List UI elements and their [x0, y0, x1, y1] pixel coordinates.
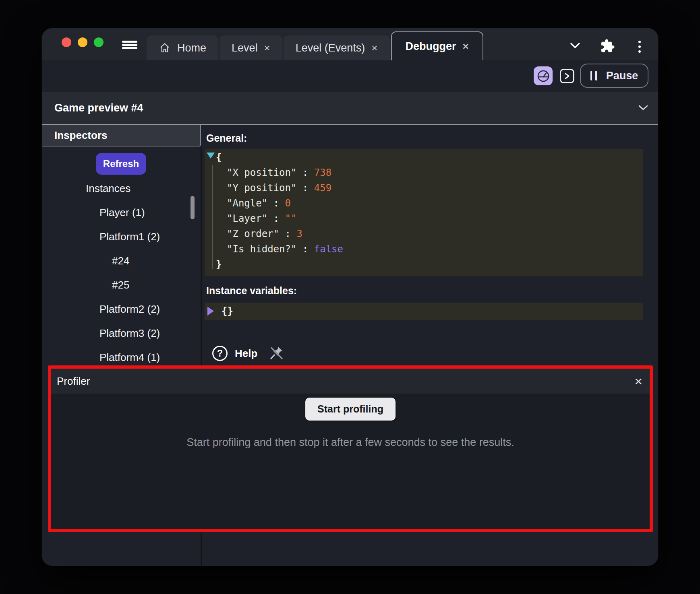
profiler-close-icon[interactable]: ×	[634, 374, 642, 388]
tab-label: Level (Events)	[296, 42, 365, 54]
close-icon[interactable]: ×	[371, 43, 377, 53]
json-open-brace: {	[205, 150, 643, 165]
help-question-icon: ?	[212, 346, 228, 361]
json-entry-x-position: "X position" : 738	[205, 165, 643, 180]
json-entry-is-hidden: "Is hidden?" : false	[205, 241, 643, 257]
tab-debugger[interactable]: Debugger ×	[391, 31, 483, 60]
pause-button[interactable]: Pause	[580, 64, 648, 88]
sidebar-scrollbar-thumb[interactable]	[191, 196, 195, 219]
refresh-button[interactable]: Refresh	[96, 153, 146, 175]
sidebar-item-instances[interactable]: Instances	[86, 180, 130, 196]
sidebar-item-player[interactable]: Player (1)	[99, 204, 145, 221]
extensions-puzzle-icon[interactable]	[600, 39, 615, 54]
general-section-label: General:	[206, 132, 247, 144]
json-entry-layer: "Layer" : ""	[205, 211, 643, 226]
indent-guide	[212, 165, 213, 269]
collapse-arrow-icon[interactable]	[207, 153, 215, 159]
window-close-button[interactable]	[62, 37, 71, 47]
unpin-icon[interactable]	[269, 345, 285, 361]
json-close-brace: }	[205, 257, 643, 272]
json-entry-z-order: "Z order" : 3	[205, 226, 643, 241]
profiler-toggle-button[interactable]	[534, 66, 553, 85]
general-json-tree: { "X position" : 738 "Y position" : 459 …	[205, 149, 643, 276]
sidebar-item-platform3[interactable]: Platform3 (2)	[99, 325, 160, 341]
sidebar-item-platform4[interactable]: Platform4 (1)	[99, 349, 160, 365]
window-zoom-button[interactable]	[94, 37, 104, 47]
profiler-title: Profiler	[57, 375, 90, 388]
chevron-down-icon[interactable]	[638, 105, 648, 111]
sidebar-item-platform1[interactable]: Platform1 (2)	[99, 229, 160, 245]
tab-bar: Home Level × Level (Events) × Debugger ×	[147, 31, 483, 60]
game-preview-title: Game preview #4	[54, 92, 143, 124]
profiler-header: Profiler ×	[51, 369, 650, 394]
sidebar-item-instance-24[interactable]: #24	[112, 253, 129, 269]
start-profiling-button[interactable]: Start profiling	[305, 398, 396, 421]
variables-collapsed-value: {}	[205, 303, 643, 320]
tab-level[interactable]: Level ×	[220, 35, 282, 60]
inspectors-header: Inspectors	[42, 125, 201, 146]
titlebar: Home Level × Level (Events) × Debugger ×	[42, 28, 658, 60]
chevron-down-icon[interactable]	[570, 43, 580, 49]
tab-label: Level	[232, 42, 258, 54]
help-button[interactable]: ? Help	[212, 346, 257, 361]
app-window: Home Level × Level (Events) × Debugger ×	[42, 28, 658, 566]
pause-icon	[590, 71, 597, 80]
close-icon[interactable]: ×	[264, 43, 270, 53]
sidebar-item-platform2[interactable]: Platform2 (2)	[99, 301, 160, 317]
json-entry-angle: "Angle" : 0	[205, 196, 643, 211]
instance-variables-label: Instance variables:	[206, 285, 297, 297]
instance-variables-tree: {}	[205, 303, 643, 320]
close-icon[interactable]: ×	[463, 41, 469, 52]
profiler-description: Start profiling and then stop it after a…	[51, 436, 650, 449]
profiler-panel: Profiler × Start profiling Start profili…	[48, 365, 653, 532]
json-entry-y-position: "Y position" : 459	[205, 180, 643, 196]
console-button[interactable]	[560, 69, 574, 83]
tab-label: Debugger	[406, 40, 456, 53]
speedometer-icon	[536, 69, 550, 83]
sidebar-item-instance-25[interactable]: #25	[112, 277, 129, 293]
game-preview-header[interactable]: Game preview #4	[42, 92, 658, 125]
window-minimize-button[interactable]	[78, 37, 87, 47]
home-icon	[159, 42, 171, 54]
tab-home[interactable]: Home	[147, 35, 218, 60]
tab-label: Home	[177, 42, 206, 54]
profiler-body: Start profiling Start profiling and then…	[51, 394, 650, 526]
help-label: Help	[235, 347, 257, 360]
tab-level-events[interactable]: Level (Events) ×	[284, 35, 390, 60]
inspectors-title: Inspectors	[54, 125, 108, 146]
pause-label: Pause	[606, 70, 638, 82]
console-chevron-icon	[564, 73, 570, 79]
expand-arrow-icon[interactable]	[207, 307, 214, 316]
more-options-kebab-icon[interactable]	[638, 38, 641, 55]
menu-icon[interactable]	[122, 41, 137, 49]
